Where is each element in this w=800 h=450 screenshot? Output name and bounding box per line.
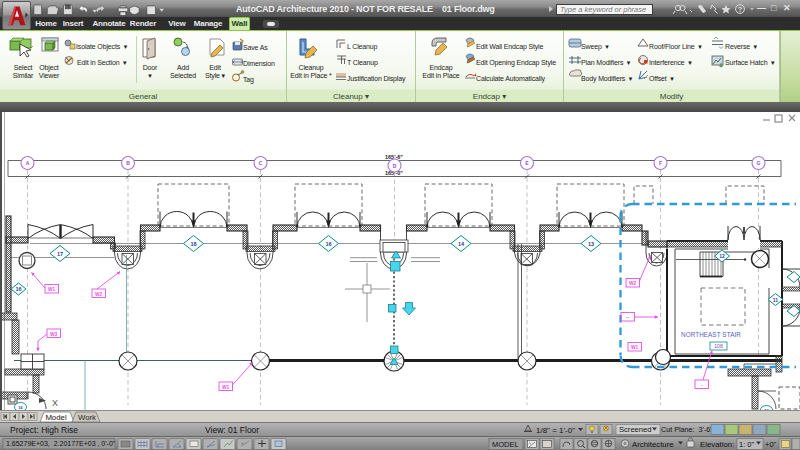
svg-text:13: 13 xyxy=(588,241,594,247)
svg-text:NORTHEAST STAIR: NORTHEAST STAIR xyxy=(681,331,741,338)
svg-text:Work: Work xyxy=(78,413,96,422)
svg-text:View: 01 Floor: View: 01 Floor xyxy=(205,425,259,435)
svg-text:Cut Plane: 3'-6": Cut Plane: 3'-6" xyxy=(661,425,713,434)
svg-text:1.65279E+03, 2.20177E+03 , 0': 1.65279E+03, 2.20177E+03 , 0'-0" xyxy=(6,440,116,447)
svg-text:W1: W1 xyxy=(222,385,230,390)
svg-text:W2: W2 xyxy=(95,292,103,297)
svg-text:1/8" = 1'-0": 1/8" = 1'-0" xyxy=(536,426,575,435)
svg-text:A: A xyxy=(26,160,30,166)
svg-text:F: F xyxy=(659,160,662,166)
svg-text:17: 17 xyxy=(57,251,63,257)
svg-text:W2: W2 xyxy=(629,281,637,286)
svg-text:W1: W1 xyxy=(48,287,56,292)
svg-text:Elevation:: Elevation: xyxy=(700,440,734,449)
svg-text:W1: W1 xyxy=(631,345,639,350)
svg-text:12: 12 xyxy=(719,253,725,259)
svg-text:B: B xyxy=(126,160,130,166)
svg-text:MODEL: MODEL xyxy=(492,440,519,449)
svg-text:G: G xyxy=(757,160,761,166)
svg-text:Architecture: Architecture xyxy=(632,440,674,449)
svg-text:--: -- xyxy=(626,315,630,320)
svg-text:W3: W3 xyxy=(50,332,58,337)
svg-text:+0": +0" xyxy=(765,440,777,449)
svg-text:C: C xyxy=(259,160,263,166)
svg-text:-: - xyxy=(701,383,703,388)
svg-text:Project: High Rise: Project: High Rise xyxy=(10,425,78,435)
svg-text:11: 11 xyxy=(773,297,779,303)
svg-text:16: 16 xyxy=(15,286,21,292)
svg-text:D: D xyxy=(393,163,397,169)
svg-text:108: 108 xyxy=(714,343,723,349)
svg-text:14: 14 xyxy=(458,241,465,247)
svg-text:1: 0": 1: 0" xyxy=(739,440,755,449)
svg-text:Model: Model xyxy=(45,413,67,422)
svg-text:?: ? xyxy=(738,5,743,14)
svg-text:Screened: Screened xyxy=(619,425,652,434)
svg-text:18: 18 xyxy=(190,241,196,247)
svg-text:16: 16 xyxy=(325,241,331,247)
